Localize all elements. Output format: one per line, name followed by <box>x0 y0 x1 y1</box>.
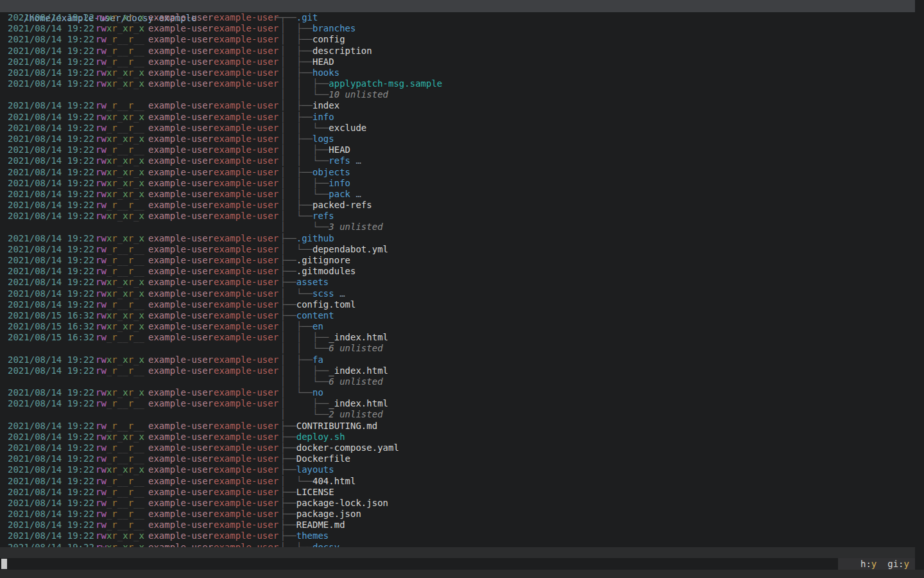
entry-name[interactable]: refs <box>312 211 334 221</box>
entry-name[interactable]: content <box>296 310 334 320</box>
tree-row[interactable]: 2021/08/14 19:22rw_r__r__example-userexa… <box>0 421 915 432</box>
entry-name[interactable]: docker-compose.yaml <box>296 442 399 453</box>
search-input[interactable]: h:ygi:y <box>0 558 915 570</box>
entry-name[interactable]: info <box>312 112 334 122</box>
tree-row[interactable]: 2021/08/14 19:22rwxr_xr_xexample-userexa… <box>0 432 915 442</box>
input-cursor[interactable] <box>1 559 7 569</box>
entry-name[interactable]: Dockerfile <box>296 453 350 464</box>
entry-name[interactable]: 404.html <box>312 476 355 486</box>
entry-name[interactable]: logs <box>312 134 334 144</box>
entry-name[interactable]: config.toml <box>296 299 356 310</box>
tree-row[interactable]: 2021/08/14 19:22rw_r__r__example-userexa… <box>0 34 915 45</box>
tree-row[interactable]: 2021/08/14 19:22rwxr_xr_xexample-userexa… <box>0 178 915 189</box>
tree-row[interactable]: 2021/08/14 19:22rw_r__r__example-userexa… <box>0 365 915 376</box>
entry-name[interactable]: en <box>312 321 323 331</box>
tree-row[interactable]: 2021/08/14 19:22rw_r__r__example-userexa… <box>0 200 915 211</box>
tree-row[interactable]: 2021/08/14 19:22rwxr_xr_xexample-userexa… <box>0 464 915 475</box>
tree-row[interactable]: 2021/08/14 19:22rw_r__r__example-userexa… <box>0 476 915 487</box>
tree-row[interactable]: 2021/08/14 19:22rwxr_xr_xexample-userexa… <box>0 112 915 123</box>
entry-name[interactable]: refs <box>329 155 350 166</box>
tree-row[interactable]: │ │ └──6 unlisted <box>0 343 915 354</box>
entry-name[interactable]: README.md <box>296 520 345 530</box>
entry-name[interactable]: HEAD <box>329 144 350 155</box>
entry-name[interactable]: 3 unlisted <box>329 222 382 232</box>
entry-name[interactable]: pack <box>329 189 350 199</box>
entry-name[interactable]: no <box>312 387 323 398</box>
entry-name[interactable]: 2 unlisted <box>329 409 382 419</box>
tree-row[interactable]: 2021/08/15 16:32rwxr_xr_xexample-userexa… <box>0 310 915 321</box>
tree-row[interactable]: 2021/08/14 19:22rwxr_xr_xexample-userexa… <box>0 211 915 222</box>
entry-name[interactable]: CONTRIBUTING.md <box>296 421 377 431</box>
tree-row[interactable]: 2021/08/14 19:22rwxr_xr_xexample-userexa… <box>0 67 915 78</box>
entry-name[interactable]: package.json <box>296 509 361 519</box>
tree-row[interactable]: 2021/08/14 19:22rwxr_xr_xexample-userexa… <box>0 134 915 144</box>
tree-row[interactable]: 2021/08/14 19:22rwxr_xr_xexample-userexa… <box>0 530 915 541</box>
entry-name[interactable]: applypatch-msg.sample <box>329 78 442 89</box>
tree-row[interactable]: 2021/08/14 19:22rw_r__r__example-userexa… <box>0 520 915 530</box>
entry-name[interactable]: .git <box>296 12 318 22</box>
entry-name[interactable]: 6 unlisted <box>329 376 382 387</box>
entry-name[interactable]: HEAD <box>312 57 334 67</box>
tree-row[interactable]: 2021/08/14 19:22rw_r__r__example-userexa… <box>0 398 915 409</box>
entry-name[interactable]: themes <box>296 530 329 541</box>
entry-name[interactable]: scss <box>312 288 334 299</box>
tree-row[interactable]: 2021/08/14 19:22rw_r__r__example-userexa… <box>0 442 915 453</box>
file-tree[interactable]: 2021/08/14 19:22rwxr_xr_xexample-userexa… <box>0 12 915 547</box>
entry-name[interactable]: description <box>312 46 372 56</box>
entry-name[interactable]: info <box>329 178 350 188</box>
tree-row[interactable]: │ │ └──6 unlisted <box>0 376 915 387</box>
entry-name[interactable]: _index.html <box>329 365 388 376</box>
tree-row[interactable]: 2021/08/14 19:22rwxr_xr_xexample-userexa… <box>0 167 915 178</box>
tree-row[interactable]: │ │ └──10 unlisted <box>0 89 915 100</box>
tree-row[interactable]: 2021/08/14 19:22rw_r__r__example-userexa… <box>0 509 915 520</box>
tree-row[interactable]: 2021/08/14 19:22rw_r__r__example-userexa… <box>0 244 915 255</box>
tree-row[interactable]: 2021/08/14 19:22rw_r__r__example-userexa… <box>0 266 915 277</box>
entry-name[interactable]: 10 unlisted <box>329 89 388 100</box>
entry-name[interactable]: fa <box>312 355 323 365</box>
tree-row[interactable]: 2021/08/15 16:32rwxr_xr_xexample-userexa… <box>0 321 915 332</box>
tree-row[interactable]: 2021/08/14 19:22rw_r__r__example-userexa… <box>0 255 915 266</box>
tree-row[interactable]: 2021/08/14 19:22rwxr_xr_xexample-userexa… <box>0 12 915 23</box>
entry-name[interactable]: .github <box>296 233 334 243</box>
tree-row[interactable]: 2021/08/14 19:22rw_r__r__example-userexa… <box>0 46 915 57</box>
entry-name[interactable]: _index.html <box>329 332 388 342</box>
entry-name[interactable]: index <box>312 100 339 110</box>
tree-row[interactable]: 2021/08/14 19:22rwxr_xr_xexample-userexa… <box>0 387 915 398</box>
tree-row[interactable]: 2021/08/14 19:22rw_r__r__example-userexa… <box>0 123 915 134</box>
entry-name[interactable]: branches <box>312 23 355 33</box>
tree-row[interactable]: 2021/08/14 19:22rw_r__r__example-userexa… <box>0 100 915 111</box>
tree-row[interactable]: 2021/08/14 19:22rwxr_xr_xexample-userexa… <box>0 189 915 200</box>
tree-row[interactable]: │ └──3 unlisted <box>0 222 915 232</box>
entry-name[interactable]: .gitmodules <box>296 266 356 276</box>
tree-row[interactable]: 2021/08/14 19:22rw_r__r__example-userexa… <box>0 299 915 310</box>
flag[interactable]: gi:y <box>887 559 909 569</box>
entry-name[interactable]: package-lock.json <box>296 498 388 508</box>
tree-row[interactable]: 2021/08/14 19:22rw_r__r__example-userexa… <box>0 498 915 509</box>
tree-row[interactable]: 2021/08/14 19:22rwxr_xr_xexample-userexa… <box>0 233 915 244</box>
entry-name[interactable]: hooks <box>312 67 339 78</box>
entry-name[interactable]: assets <box>296 277 329 287</box>
tree-row[interactable]: 2021/08/14 19:22rw_r__r__example-userexa… <box>0 57 915 67</box>
tree-row[interactable]: 2021/08/14 19:22rw_r__r__example-userexa… <box>0 453 915 464</box>
entry-name[interactable]: config <box>312 34 345 44</box>
tree-row[interactable]: 2021/08/14 19:22rwxr_xr_xexample-userexa… <box>0 78 915 89</box>
entry-name[interactable]: dependabot.yml <box>312 244 388 254</box>
entry-name[interactable]: packed-refs <box>312 200 372 210</box>
tree-row[interactable]: 2021/08/14 19:22rwxr_xr_xexample-userexa… <box>0 542 915 547</box>
entry-name[interactable]: 6 unlisted <box>329 343 382 353</box>
tree-row[interactable]: 2021/08/14 19:22rw_r__r__example-userexa… <box>0 144 915 155</box>
entry-name[interactable]: LICENSE <box>296 487 334 497</box>
entry-name[interactable]: exclude <box>329 123 366 133</box>
tree-row[interactable]: 2021/08/14 19:22rwxr_xr_xexample-userexa… <box>0 288 915 299</box>
entry-name[interactable]: layouts <box>296 464 334 475</box>
entry-name[interactable]: docsy <box>312 542 339 547</box>
entry-name[interactable]: deploy.sh <box>296 432 345 442</box>
tree-row[interactable]: 2021/08/14 19:22rwxr_xr_xexample-userexa… <box>0 355 915 365</box>
entry-name[interactable]: _index.html <box>329 398 388 408</box>
tree-row[interactable]: │ └──2 unlisted <box>0 409 915 420</box>
tree-row[interactable]: 2021/08/14 19:22rwxr_xr_xexample-userexa… <box>0 23 915 34</box>
tree-row[interactable]: 2021/08/14 19:22rwxr_xr_xexample-userexa… <box>0 277 915 288</box>
entry-name[interactable]: .gitignore <box>296 255 350 265</box>
tree-row[interactable]: 2021/08/14 19:22rwxr_xr_xexample-userexa… <box>0 155 915 166</box>
tree-row[interactable]: 2021/08/15 16:32rw_r__r__example-userexa… <box>0 332 915 343</box>
